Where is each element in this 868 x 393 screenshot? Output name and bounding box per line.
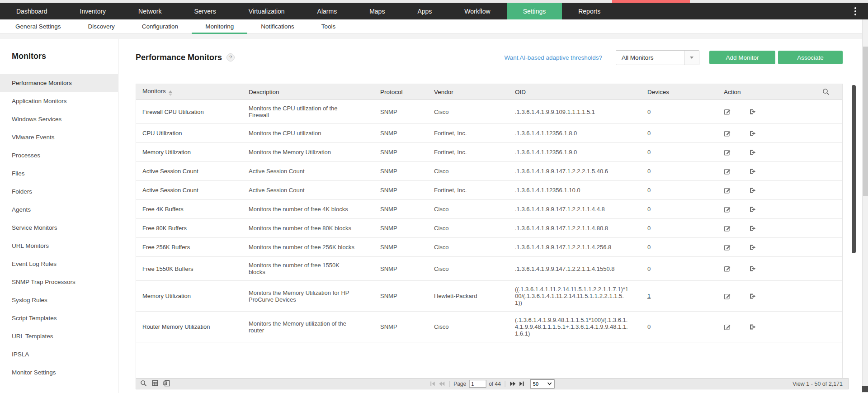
devices-count[interactable]: 0 — [647, 187, 651, 194]
row-actions — [717, 244, 842, 251]
col-header-vendor[interactable]: Vendor — [428, 89, 509, 95]
page-size-dropdown[interactable]: 50 — [531, 381, 554, 387]
edit-icon[interactable] — [724, 265, 731, 272]
associate-export-icon[interactable] — [749, 168, 756, 175]
monitor-name: Active Session Count — [136, 187, 242, 194]
page-size-select[interactable]: 50 — [530, 379, 555, 388]
edit-icon[interactable] — [724, 206, 731, 213]
sidebar-item-script-templates[interactable]: Script Templates — [0, 309, 118, 327]
devices-count[interactable]: 0 — [647, 323, 651, 330]
subnav-item-tools[interactable]: Tools — [308, 19, 349, 33]
devices-count[interactable]: 0 — [647, 149, 651, 156]
sidebar-item-agents[interactable]: Agents — [0, 201, 118, 219]
sidebar-item-snmp-trap-processors[interactable]: SNMP Trap Processors — [0, 273, 118, 291]
edit-icon[interactable] — [724, 130, 731, 137]
monitor-protocol: SNMP — [374, 130, 428, 137]
col-header-devices[interactable]: Devices — [641, 89, 717, 95]
sidebar-item-windows-services[interactable]: Windows Services — [0, 110, 118, 128]
sidebar-item-processes[interactable]: Processes — [0, 147, 118, 165]
monitor-vendor: Fortinet, Inc. — [428, 187, 509, 194]
col-header-monitors[interactable]: Monitors — [136, 88, 242, 96]
nav-item-network[interactable]: Network — [122, 3, 178, 19]
devices-count[interactable]: 0 — [647, 168, 651, 175]
nav-item-workflow[interactable]: Workflow — [448, 3, 506, 19]
page-scrollbar-thumb[interactable] — [863, 47, 868, 196]
sidebar-item-vmware-events[interactable]: VMware Events — [0, 128, 118, 147]
subnav-item-monitoring[interactable]: Monitoring — [192, 19, 247, 33]
nav-item-dashboard[interactable]: Dashboard — [0, 3, 64, 19]
report-grid-icon[interactable] — [152, 380, 158, 388]
sidebar-item-service-monitors[interactable]: Service Monitors — [0, 219, 118, 237]
edit-icon[interactable] — [724, 225, 731, 232]
footer-search-icon[interactable] — [140, 380, 147, 388]
edit-icon[interactable] — [724, 149, 731, 156]
associate-export-icon[interactable] — [749, 108, 756, 115]
search-icon[interactable] — [822, 88, 830, 97]
associate-export-icon[interactable] — [749, 206, 756, 213]
help-icon[interactable]: ? — [226, 53, 235, 62]
last-page-icon[interactable] — [519, 381, 525, 387]
subnav-item-discovery[interactable]: Discovery — [75, 19, 128, 33]
edit-icon[interactable] — [724, 187, 731, 194]
nav-item-reports[interactable]: Reports — [562, 3, 617, 19]
nav-item-maps[interactable]: Maps — [353, 3, 401, 19]
devices-count[interactable]: 1 — [647, 293, 651, 299]
associate-export-icon[interactable] — [749, 265, 756, 272]
edit-icon[interactable] — [724, 168, 731, 175]
add-monitor-button[interactable]: Add Monitor — [709, 51, 775, 64]
sidebar-item-url-monitors[interactable]: URL Monitors — [0, 237, 118, 255]
adaptive-thresholds-link[interactable]: Want AI-based adaptive thresholds? — [505, 54, 602, 61]
devices-count[interactable]: 0 — [647, 225, 651, 232]
sidebar-item-monitor-settings[interactable]: Monitor Settings — [0, 364, 118, 382]
devices-count[interactable]: 0 — [647, 265, 651, 272]
nav-item-inventory[interactable]: Inventory — [64, 3, 123, 19]
associate-export-icon[interactable] — [749, 149, 756, 156]
monitor-protocol: SNMP — [374, 244, 428, 251]
associate-export-icon[interactable] — [749, 293, 756, 300]
subnav-item-notifications[interactable]: Notifications — [247, 19, 308, 33]
sort-icon[interactable] — [169, 90, 172, 96]
first-page-icon[interactable] — [429, 381, 435, 387]
edit-icon[interactable] — [724, 108, 731, 115]
chevron-down-icon[interactable] — [684, 51, 699, 65]
col-header-protocol[interactable]: Protocol — [374, 89, 428, 95]
devices-count[interactable]: 0 — [647, 109, 651, 115]
col-header-oid[interactable]: OID — [509, 89, 641, 95]
nav-item-servers[interactable]: Servers — [178, 3, 232, 19]
sidebar-item-event-log-rules[interactable]: Event Log Rules — [0, 255, 118, 273]
nav-item-apps[interactable]: Apps — [401, 3, 448, 19]
devices-count[interactable]: 0 — [647, 130, 651, 137]
associate-export-icon[interactable] — [749, 225, 756, 232]
nav-item-virtualization[interactable]: Virtualization — [232, 3, 301, 19]
associate-export-icon[interactable] — [749, 130, 756, 137]
export-excel-icon[interactable] — [163, 380, 170, 388]
subnav-item-general-settings[interactable]: General Settings — [2, 19, 75, 33]
page-input[interactable] — [469, 380, 486, 388]
sidebar-item-performance-monitors[interactable]: Performance Monitors — [0, 74, 118, 92]
sidebar-item-ipsla[interactable]: IPSLA — [0, 346, 118, 364]
nav-item-alarms[interactable]: Alarms — [301, 3, 354, 19]
monitor-filter-dropdown[interactable]: All Monitors — [616, 50, 699, 65]
devices-count[interactable]: 0 — [647, 244, 651, 251]
kebab-menu-icon[interactable] — [853, 5, 858, 17]
sidebar-item-url-templates[interactable]: URL Templates — [0, 327, 118, 346]
page-scrollbar-track[interactable] — [862, 19, 868, 393]
col-header-description[interactable]: Description — [242, 89, 374, 95]
devices-count[interactable]: 0 — [647, 206, 651, 213]
sidebar-item-files[interactable]: Files — [0, 165, 118, 183]
subnav-item-configuration[interactable]: Configuration — [128, 19, 192, 33]
next-page-icon[interactable] — [509, 381, 516, 387]
associate-export-icon[interactable] — [749, 187, 756, 194]
edit-icon[interactable] — [724, 293, 731, 300]
table-scrollbar-thumb[interactable] — [852, 85, 856, 253]
nav-item-settings[interactable]: Settings — [507, 3, 562, 19]
edit-icon[interactable] — [724, 323, 731, 331]
edit-icon[interactable] — [724, 244, 731, 251]
sidebar-item-application-monitors[interactable]: Application Monitors — [0, 92, 118, 110]
sidebar-item-folders[interactable]: Folders — [0, 183, 118, 201]
associate-button[interactable]: Associate — [778, 51, 843, 64]
prev-page-icon[interactable] — [438, 381, 445, 387]
associate-export-icon[interactable] — [749, 323, 756, 331]
associate-export-icon[interactable] — [749, 244, 756, 251]
sidebar-item-syslog-rules[interactable]: Syslog Rules — [0, 291, 118, 309]
